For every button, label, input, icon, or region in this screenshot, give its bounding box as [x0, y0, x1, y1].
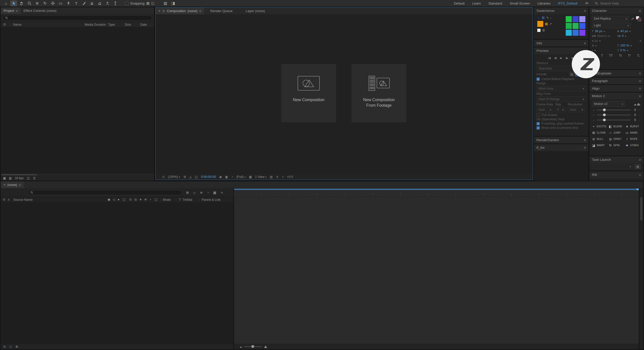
show-snapshot-icon[interactable]: ▣: [225, 175, 228, 178]
graph-editor-icon[interactable]: ∿: [221, 191, 223, 194]
tab-effect-controls[interactable]: Effect Controls (none): [21, 7, 59, 14]
collapse-switch-icon[interactable]: ◎: [134, 198, 137, 201]
snapping-checkbox[interactable]: [125, 2, 128, 5]
panel-menu-icon[interactable]: ≡: [639, 173, 641, 177]
slider-right-icon[interactable]: ◦: [638, 119, 641, 122]
motion-slider[interactable]: [597, 110, 631, 110]
mode-column[interactable]: Mode: [163, 198, 171, 202]
composition-mini-flowchart-icon[interactable]: ⊞: [186, 191, 189, 194]
swatch[interactable]: [566, 16, 572, 22]
first-frame-button[interactable]: |◀: [548, 56, 551, 60]
gear-icon[interactable]: ⚙: [542, 29, 545, 32]
play-from-select[interactable]: Start Of Range▾: [536, 96, 586, 102]
panel-menu-icon[interactable]: ≡: [19, 183, 21, 187]
motion-preset-select[interactable]: Motion v2▾: [592, 101, 625, 107]
slider-knob[interactable]: [603, 108, 606, 111]
motion-tool-name[interactable]: ▭NAME: [625, 131, 641, 135]
panel-menu-icon[interactable]: ≡: [639, 158, 641, 162]
workspace-default[interactable]: Default: [454, 2, 465, 5]
motion-slider[interactable]: [597, 120, 631, 120]
chevron-down-icon[interactable]: ▾: [595, 44, 597, 47]
panel-menu-icon[interactable]: ≡: [16, 9, 18, 13]
motion-tool-null[interactable]: ⊘NULL: [592, 137, 607, 141]
swatch[interactable]: [573, 16, 579, 22]
small-caps-button[interactable]: Tt: [619, 54, 622, 57]
eye-icon[interactable]: ◉: [108, 198, 110, 201]
audio-icon[interactable]: ◁: [113, 198, 115, 201]
selection-tool-icon[interactable]: [10, 1, 17, 6]
zoom-in-mountain-icon[interactable]: [264, 345, 267, 348]
snapshot-icon[interactable]: ◉: [219, 175, 222, 178]
play-button[interactable]: ▶: [560, 56, 562, 60]
full-screen-checkbox[interactable]: [536, 113, 540, 117]
caching-checkbox[interactable]: ✓: [536, 122, 540, 125]
pen-tool-icon[interactable]: [65, 1, 72, 6]
skip-select[interactable]: 0▾: [555, 107, 566, 112]
roto-brush-tool-icon[interactable]: [104, 1, 111, 6]
stroke-unit-value[interactable]: px: [595, 39, 598, 43]
view-layout-menu[interactable]: 1 View ▾: [255, 175, 267, 179]
mask-visibility-icon[interactable]: ◬: [189, 175, 192, 178]
chevron-down-icon[interactable]: ▾: [640, 40, 641, 42]
baseline-value[interactable]: 0 %: [620, 49, 626, 52]
fit-icon[interactable]: ▥: [162, 1, 169, 6]
hand-tool-icon[interactable]: [18, 1, 25, 6]
slider-value[interactable]: 0: [632, 108, 636, 112]
tracking-value[interactable]: 0: [622, 34, 624, 38]
rotation-tool-icon[interactable]: ↻: [42, 1, 48, 6]
magnification-menu[interactable]: (100%) ▾: [168, 175, 180, 179]
motion-tool-burst[interactable]: ∗BURST: [625, 125, 641, 128]
primary-swatch[interactable]: [537, 21, 544, 27]
current-time[interactable]: 0:00:00:00: [201, 175, 216, 179]
kerning-value[interactable]: Metrics: [597, 34, 607, 38]
scrollbar-thumb[interactable]: [1, 174, 37, 175]
tab-composition[interactable]: × Composition (none) ≡: [156, 8, 204, 14]
panel-menu-icon[interactable]: ≡: [584, 146, 586, 150]
solo-icon[interactable]: ●: [118, 198, 120, 201]
motion-tool-stars[interactable]: ★STARS: [625, 143, 641, 147]
expand-in-out-icon[interactable]: ⚙: [15, 345, 18, 348]
label-color-column-icon[interactable]: ⊙: [3, 23, 6, 26]
faux-italic-button[interactable]: T: [601, 54, 603, 57]
transparency-grid-icon[interactable]: ▦: [249, 175, 252, 178]
workspace-libraries[interactable]: Libraries: [538, 2, 551, 5]
project-search-input[interactable]: [10, 16, 150, 20]
swap-arrow-icon[interactable]: ↰: [546, 16, 549, 19]
all-caps-button[interactable]: TT: [609, 54, 613, 57]
swatch[interactable]: [566, 23, 572, 29]
column-type[interactable]: Type: [108, 23, 115, 26]
swatch[interactable]: [542, 16, 545, 19]
work-area-bar[interactable]: [234, 188, 639, 190]
always-preview-icon[interactable]: ⊙: [162, 175, 165, 178]
task-launch-button[interactable]: ▤: [634, 164, 641, 169]
viewer-lock-icon[interactable]: [162, 9, 165, 13]
new-composition-icon[interactable]: ◫: [27, 177, 30, 180]
stroke-color-swatch[interactable]: [638, 18, 641, 21]
show-channel-icon[interactable]: ◔: [231, 175, 233, 178]
panel-menu-icon[interactable]: ≡: [584, 9, 586, 13]
timeline-search-field[interactable]: [28, 190, 182, 195]
type-tool-icon[interactable]: T: [73, 1, 80, 6]
parent-link-column[interactable]: Parent & Link: [202, 198, 221, 202]
tab-timeline-none[interactable]: × (none) ≡: [1, 181, 24, 188]
slider-value[interactable]: 0: [632, 113, 636, 117]
clone-stamp-tool-icon[interactable]: [88, 1, 95, 6]
quality-switch-icon[interactable]: ∗: [139, 198, 142, 201]
slider-left-icon[interactable]: ‹: [592, 119, 595, 122]
puppet-pin-tool-icon[interactable]: [112, 1, 119, 6]
motion-blur-switch-icon[interactable]: ▢: [154, 198, 157, 201]
slider-knob[interactable]: [603, 113, 606, 116]
previous-frame-button[interactable]: ◀|: [554, 56, 557, 60]
workspace-rts-default[interactable]: RTS_Default: [558, 2, 578, 5]
eyedropper-icon[interactable]: [631, 17, 634, 20]
motion-tool-jump[interactable]: ∩JUMP: [609, 131, 624, 135]
expand-transfer-controls-icon[interactable]: ⊙: [9, 345, 12, 348]
tab-layer[interactable]: Layer (none): [243, 8, 268, 14]
layer-number-column[interactable]: #: [8, 198, 10, 202]
zoom-slider-knob[interactable]: [252, 345, 254, 348]
motion-blur-icon[interactable]: ▦: [213, 191, 216, 194]
mountains-icon[interactable]: [633, 102, 641, 106]
column-size[interactable]: Size: [125, 23, 131, 26]
interpret-footage-icon[interactable]: ▦: [3, 177, 6, 180]
leading-value[interactable]: 40 px: [620, 29, 628, 33]
